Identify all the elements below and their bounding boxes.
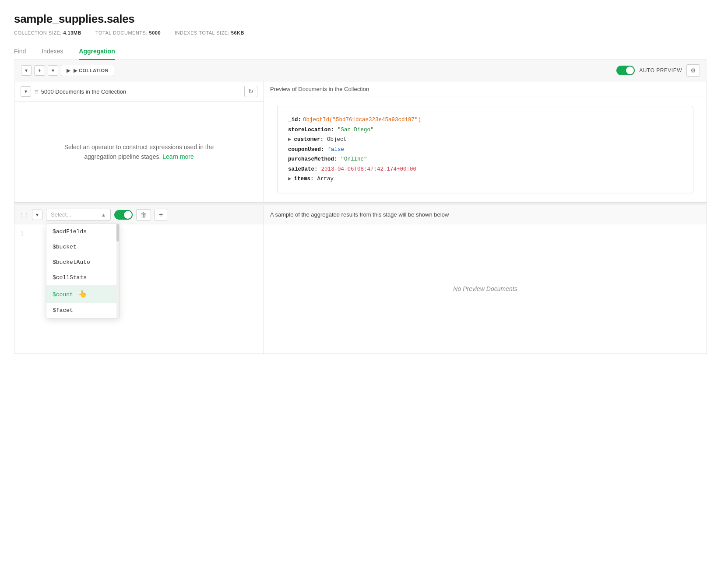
tabs: Find Indexes Aggregation	[14, 44, 707, 60]
auto-preview-label: AUTO PREVIEW	[639, 67, 682, 74]
toolbar-left: ▾ + ▾ ▶ ▶ COLLATION	[21, 65, 613, 76]
top-split: ▾ ≡ 5000 Documents in the Collection ↻ S…	[14, 81, 707, 203]
collection-meta: COLLECTION SIZE: 4.13MB TOTAL DOCUMENTS:…	[14, 30, 707, 35]
dropdown-item-count[interactable]: $count 👆	[46, 285, 119, 303]
plus-icon: +	[38, 67, 41, 74]
no-preview-label: No Preview Documents	[453, 285, 517, 292]
stage2-collapse-button[interactable]: ▾	[32, 210, 42, 220]
trash-icon: 🗑	[141, 211, 147, 218]
cursor-hand-icon: 👆	[78, 290, 87, 298]
tab-indexes[interactable]: Indexes	[42, 44, 63, 60]
delete-stage-button[interactable]: 🗑	[136, 209, 151, 220]
collection-title: sample_supplies.sales	[14, 12, 707, 26]
field-purchasemethod: purchaseMethod: "Online"	[288, 154, 682, 164]
page-wrapper: sample_supplies.sales COLLECTION SIZE: 4…	[0, 0, 721, 354]
empty-state: Select an operator to construct expressi…	[14, 102, 264, 202]
field-id: _id: ObjectId("5bd761dcae323e45a93cd197"…	[288, 115, 682, 125]
drag-handle-icon: ⋮⋮	[19, 212, 28, 218]
stage2-section: ⋮⋮ ▾ Select... ▲ $addFields $bucket	[14, 205, 707, 354]
total-docs-meta: TOTAL DOCUMENTS: 5000	[95, 30, 161, 35]
field-couponused: couponUsed: false	[288, 145, 682, 155]
chevron-down-icon: ▾	[25, 88, 27, 94]
stage2-right-message: A sample of the aggregated results from …	[264, 205, 707, 224]
indexes-size-meta: INDEXES TOTAL SIZE: 56KB	[175, 30, 244, 35]
field-storelocation: storeLocation: "San Diego"	[288, 125, 682, 135]
stage2-preview: No Preview Documents	[264, 224, 707, 354]
add-stage-button[interactable]: +	[34, 65, 45, 76]
stage-select-wrapper: Select... ▲ $addFields $bucket $bucketAu…	[46, 209, 111, 220]
chevron-down-icon: ▾	[25, 67, 28, 74]
field-items: ▶ items: Array	[288, 174, 682, 184]
field-customer: ▶ customer: Object	[288, 135, 682, 145]
auto-preview-toggle[interactable]	[616, 66, 635, 75]
stage-line-number: 1	[21, 231, 24, 237]
dropdown-item-bucket[interactable]: $bucket	[46, 239, 119, 255]
dropdown-item-addfields[interactable]: $addFields	[46, 224, 119, 239]
add-below-button[interactable]: +	[155, 209, 167, 221]
dropdown-item-facet[interactable]: $facet	[46, 303, 119, 318]
dropdown-item-collstats[interactable]: $collStats	[46, 270, 119, 285]
gear-icon: ⚙	[690, 67, 696, 74]
toolbar-right: AUTO PREVIEW ⚙	[616, 64, 700, 77]
select-up-arrow-icon: ▲	[101, 212, 106, 217]
triangle-right-icon: ▶	[67, 67, 70, 74]
stage2-controls: ⋮⋮ ▾ Select... ▲ $addFields $bucket	[14, 205, 264, 224]
refresh-icon: ↻	[248, 88, 253, 95]
right-panel: Preview of Documents in the Collection _…	[264, 81, 707, 202]
settings-button[interactable]: ⚙	[686, 64, 700, 77]
document-preview: _id: ObjectId("5bd761dcae323e45a93cd197"…	[264, 97, 707, 202]
learn-more-link[interactable]: Learn more	[162, 153, 194, 160]
expand-items-icon[interactable]: ▶	[288, 174, 292, 184]
toolbar: ▾ + ▾ ▶ ▶ COLLATION AUTO PREVIEW ⚙	[14, 60, 707, 81]
stack-icon: ≡	[35, 88, 39, 95]
plus-icon: +	[159, 211, 163, 218]
expand-customer-icon[interactable]: ▶	[288, 135, 292, 145]
tab-find[interactable]: Find	[14, 44, 26, 60]
dropdown-scrollbar-thumb	[116, 224, 119, 242]
tab-aggregation[interactable]: Aggregation	[79, 44, 115, 60]
stage2-header: ⋮⋮ ▾ Select... ▲ $addFields $bucket	[14, 205, 707, 224]
dropdown-scrollbar	[116, 224, 119, 318]
preview-header: Preview of Documents in the Collection	[264, 81, 707, 97]
left-panel: ▾ ≡ 5000 Documents in the Collection ↻ S…	[14, 81, 264, 202]
dropdown-menu: $addFields $bucket $bucketAuto $collStat…	[46, 224, 120, 318]
collation-button[interactable]: ▶ ▶ COLLATION	[61, 65, 114, 76]
field-saledate: saleDate: 2013-04-06T08:47:42.174+00:00	[288, 164, 682, 175]
collection-size-meta: COLLECTION SIZE: 4.13MB	[14, 30, 81, 35]
stage-count-label: ≡ 5000 Documents in the Collection	[35, 88, 241, 95]
stage-header: ▾ ≡ 5000 Documents in the Collection ↻	[14, 81, 264, 102]
chevron-down-button[interactable]: ▾	[21, 65, 32, 76]
collapse-button[interactable]: ▾	[21, 86, 31, 97]
dropdown-item-bucketauto[interactable]: $bucketAuto	[46, 255, 119, 270]
stage-options-button[interactable]: ▾	[48, 65, 58, 76]
chevron-down2-icon: ▾	[52, 67, 54, 74]
document-preview-inner: _id: ObjectId("5bd761dcae323e45a93cd197"…	[277, 106, 693, 193]
refresh-button[interactable]: ↻	[244, 86, 257, 97]
chevron-down-icon: ▾	[36, 212, 39, 218]
stage2-toggle[interactable]	[114, 210, 133, 220]
stage-select[interactable]: Select... ▲	[46, 209, 111, 220]
